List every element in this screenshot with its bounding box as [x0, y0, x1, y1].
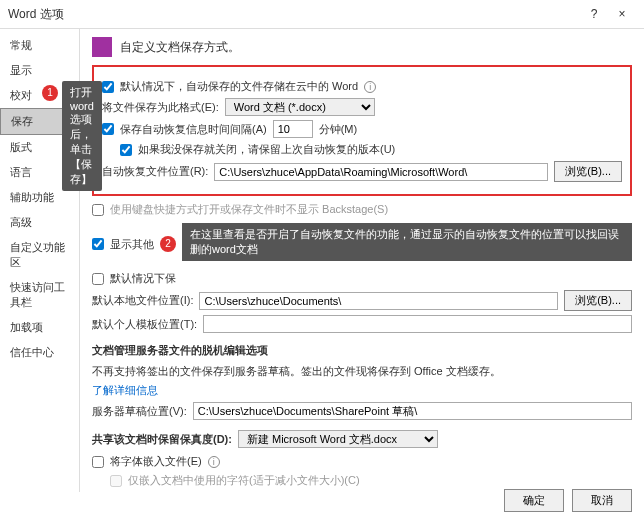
window-title: Word 选项 — [8, 6, 580, 23]
autorecover-label: 保存自动恢复信息时间间隔(A) — [120, 122, 267, 137]
draft-loc-input[interactable] — [193, 402, 632, 420]
autorecover-minutes-input[interactable] — [273, 120, 313, 138]
sidebar-item-8[interactable]: 自定义功能区 — [0, 235, 79, 275]
shortcut-checkbox[interactable] — [92, 204, 104, 216]
learn-more-link[interactable]: 了解详细信息 — [92, 383, 158, 398]
browse-button-1[interactable]: 浏览(B)... — [554, 161, 622, 182]
sidebar-item-0[interactable]: 常规 — [0, 33, 79, 58]
draft-loc-label: 服务器草稿位置(V): — [92, 404, 187, 419]
embed-fonts-checkbox[interactable] — [92, 456, 104, 468]
share-doc-select[interactable]: 新建 Microsoft Word 文档.docx — [238, 430, 438, 448]
ok-button[interactable]: 确定 — [504, 489, 564, 512]
show-other-checkbox[interactable] — [92, 238, 104, 250]
template-loc-input[interactable] — [203, 315, 632, 333]
titlebar: Word 选项 ? × — [0, 0, 644, 29]
annotation-badge-1: 1 — [42, 85, 58, 101]
cloud-default-checkbox[interactable] — [102, 81, 114, 93]
autorecover-loc-input[interactable] — [214, 163, 548, 181]
help-button[interactable]: ? — [580, 4, 608, 24]
sidebar-item-9[interactable]: 快速访问工具栏 — [0, 275, 79, 315]
local-loc-input[interactable] — [199, 292, 558, 310]
annotation-tooltip-2: 在这里查看是否开启了自动恢复文件的功能，通过显示的自动恢复文件的位置可以找回误删… — [182, 223, 632, 261]
format-label: 将文件保存为此格式(E): — [102, 100, 219, 115]
cancel-button[interactable]: 取消 — [572, 489, 632, 512]
cloud-default-label: 默认情况下，自动保存的文件存储在云中的 Word — [120, 79, 358, 94]
page-title: 自定义文档保存方式。 — [120, 39, 240, 56]
offline-section-title: 文档管理服务器文件的脱机编辑选项 — [92, 343, 632, 358]
dialog-footer: 确定 取消 — [504, 489, 632, 512]
embed-fonts-label: 将字体嵌入文件(E) — [110, 454, 202, 469]
autorecover-loc-label: 自动恢复文件位置(R): — [102, 164, 208, 179]
local-loc-label: 默认本地文件位置(I): — [92, 293, 193, 308]
show-other-label: 显示其他 — [110, 237, 154, 252]
minutes-label: 分钟(M) — [319, 122, 358, 137]
shortcut-label: 使用键盘快捷方式打开或保存文件时不显示 Backstage(S) — [110, 202, 388, 217]
keep-last-label: 如果我没保存就关闭，请保留上次自动恢复的版本(U) — [138, 142, 395, 157]
share-title: 共享该文档时保留保真度(D): — [92, 432, 232, 447]
format-select[interactable]: Word 文档 (*.docx) — [225, 98, 375, 116]
embed-used-label: 仅嵌入文档中使用的字符(适于减小文件大小)(C) — [128, 473, 360, 488]
sidebar: 常规显示校对保存版式语言辅助功能高级自定义功能区快速访问工具栏加载项信任中心 1… — [0, 29, 80, 492]
sidebar-item-7[interactable]: 高级 — [0, 210, 79, 235]
default-save-label: 默认情况下保 — [110, 271, 176, 286]
embed-used-checkbox — [110, 475, 122, 487]
keep-last-checkbox[interactable] — [120, 144, 132, 156]
sidebar-item-1[interactable]: 显示 — [0, 58, 79, 83]
content-pane: 自定义文档保存方式。 默认情况下，自动保存的文件存储在云中的 Word i 将文… — [80, 29, 644, 492]
info-icon[interactable]: i — [364, 81, 376, 93]
info-icon-2[interactable]: i — [208, 456, 220, 468]
offline-note: 不再支持将签出的文件保存到服务器草稿。签出的文件现将保存到 Office 文档缓… — [92, 364, 632, 379]
sidebar-item-11[interactable]: 信任中心 — [0, 340, 79, 365]
browse-button-2[interactable]: 浏览(B)... — [564, 290, 632, 311]
sidebar-item-10[interactable]: 加载项 — [0, 315, 79, 340]
annotation-badge-2: 2 — [160, 236, 176, 252]
template-loc-label: 默认个人模板位置(T): — [92, 317, 197, 332]
save-icon — [92, 37, 112, 57]
default-save-checkbox[interactable] — [92, 273, 104, 285]
close-button[interactable]: × — [608, 4, 636, 24]
highlighted-section: 默认情况下，自动保存的文件存储在云中的 Word i 将文件保存为此格式(E):… — [92, 65, 632, 196]
autorecover-checkbox[interactable] — [102, 123, 114, 135]
annotation-tooltip-1: 打开word选项后，单击【保存】 — [62, 81, 102, 191]
